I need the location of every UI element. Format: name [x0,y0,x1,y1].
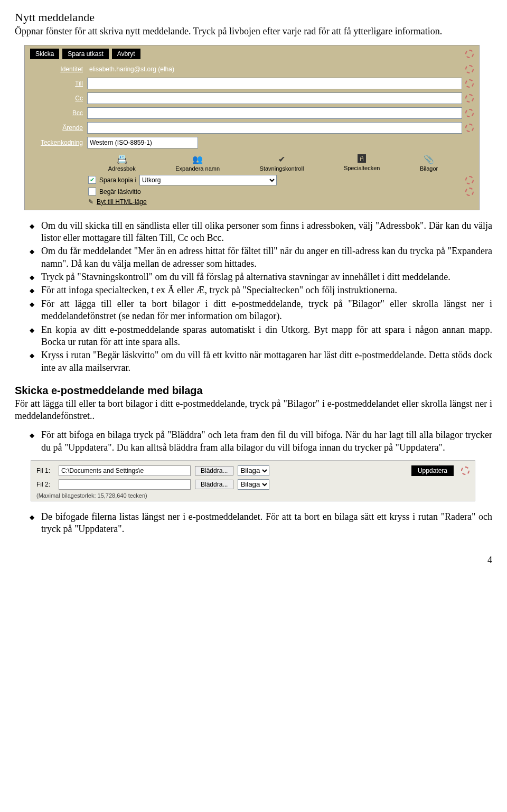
identity-label: Identitet [30,66,87,73]
file1-label: Fil 1: [36,467,54,474]
section2-title: Skicka e-postmeddelande med bilaga [15,385,492,397]
section2-lead: För att lägga till eller ta bort bilagor… [15,398,492,422]
list-item: Kryss i rutan "Begär läskvitto" om du vi… [30,349,492,374]
to-label: Till [30,80,87,87]
list-item: För att bifoga en bilaga tryck på "Blädd… [30,429,492,454]
page-number: 4 [15,555,492,566]
expand-label: Expandera namn [175,165,220,172]
bullet-list-top: Om du vill skicka till en sändlista elle… [15,220,492,375]
read-receipt-label: Begär läskvitto [99,188,141,195]
help-icon[interactable] [465,94,474,102]
save-copy-folder[interactable]: Utkorg [139,175,277,185]
list-item: En kopia av ditt e-postmeddelande sparas… [30,324,492,349]
paperclip-icon: 📎 [424,154,434,164]
file2-type-select[interactable]: Bilaga [238,479,269,490]
update-button[interactable]: Uppdatera [411,465,454,476]
addressbook-icon: 📇 [117,154,127,164]
bullet-list-mid: För att bifoga en bilaga tryck på "Blädd… [15,429,492,454]
attach-note: (Maximal bilagestorlek: 15,728,640 tecke… [36,491,470,499]
to-field[interactable] [87,78,462,89]
subject-label: Ärende [30,124,87,132]
cc-label: Cc [30,95,87,102]
send-button[interactable]: Skicka [30,49,59,59]
html-mode-icon: ✎ [88,198,93,206]
subject-field[interactable] [87,122,462,134]
attach-panel: Fil 1: C:\Documents and Settings\e Blädd… [31,460,475,501]
identity-value: elisabeth.haring@st.org (elha) [87,64,462,74]
help-icon[interactable] [465,79,474,88]
compose-window: Skicka Spara utkast Avbryt Identitet eli… [24,45,480,210]
help-icon[interactable] [465,124,474,132]
browse-button-2[interactable]: Bläddra... [195,480,233,489]
list-item: Tryck på "Stavningskontroll" om du vill … [30,271,492,283]
file1-type-select[interactable]: Bilaga [238,465,269,476]
specialchars-icon: 🅰 [358,154,366,164]
attachments-button[interactable]: 📎 Bilagor [420,154,438,172]
spellcheck-icon: ✔ [278,154,285,164]
browse-button-1[interactable]: Bläddra... [195,466,233,475]
list-item: De bifogade filerna listas längst ner i … [30,511,492,536]
html-mode-link[interactable]: Byt till HTML-läge [97,198,147,206]
addressbook-button[interactable]: 📇 Adressbok [108,154,136,172]
file1-path[interactable]: C:\Documents and Settings\e [59,465,191,476]
read-receipt-checkbox[interactable] [88,188,96,195]
encoding-label: Teckenkodning [30,139,87,146]
list-item: För att infoga specialtecken, t ex Ã ell… [30,284,492,296]
help-icon[interactable] [465,176,474,184]
spellcheck-button[interactable]: ✔ Stavningskontroll [260,154,304,172]
help-icon[interactable] [465,109,474,117]
specialchars-label: Specialtecken [344,165,380,171]
compose-tool-row: 📇 Adressbok 👥 Expandera namn ✔ Stavnings… [25,150,479,174]
bcc-field[interactable] [87,107,462,119]
save-copy-checkbox[interactable]: ✔ [88,176,96,184]
expand-icon: 👥 [192,154,203,164]
list-item: För att lägga till eller ta bort bilagor… [30,298,492,323]
cancel-button[interactable]: Avbryt [112,49,140,59]
expand-names-button[interactable]: 👥 Expandera namn [175,154,220,172]
help-icon[interactable] [465,50,474,58]
spellcheck-label: Stavningskontroll [260,165,304,172]
help-icon[interactable] [461,466,470,475]
help-icon[interactable] [465,188,474,196]
addressbook-label: Adressbok [108,165,136,172]
file2-path[interactable] [59,479,191,490]
save-draft-button[interactable]: Spara utkast [62,49,108,59]
bullet-list-bottom: De bifogade filerna listas längst ner i … [15,511,492,536]
section-lead: Öppnar fönster för att skriva nytt medde… [15,25,492,38]
list-item: Om du vill skicka till en sändlista elle… [30,220,492,245]
file2-label: Fil 2: [36,481,54,488]
help-icon[interactable] [465,65,474,73]
list-item: Om du får meddelandet "Mer än en adress … [30,245,492,270]
attachments-label: Bilagor [420,165,438,172]
cc-field[interactable] [87,92,462,104]
bcc-label: Bcc [30,109,87,117]
section-title: Nytt meddelande [15,11,492,24]
encoding-select[interactable]: Western (ISO-8859-1) [87,137,198,148]
specialchars-button[interactable]: 🅰 Specialtecken [344,154,380,172]
save-copy-label: Spara kopia i [99,176,136,184]
compose-toolbar: Skicka Spara utkast Avbryt [25,45,479,62]
